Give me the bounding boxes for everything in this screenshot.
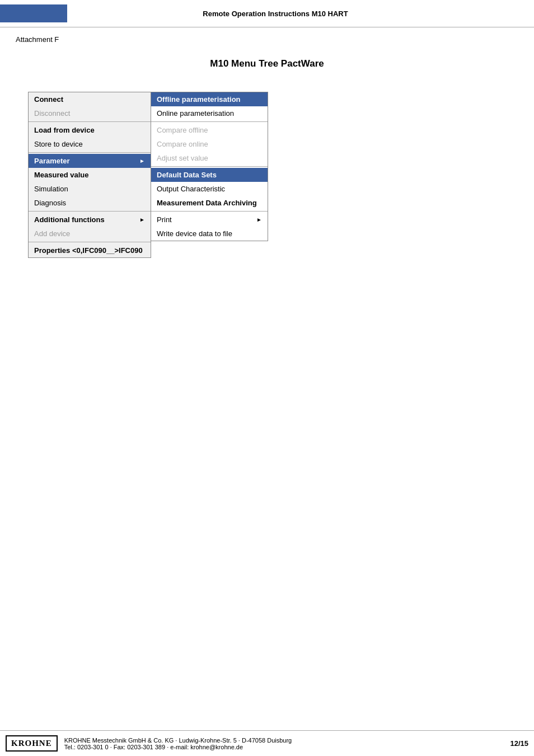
menu-item-add-device[interactable]: Add device xyxy=(29,227,151,241)
menu-item-disconnect[interactable]: Disconnect xyxy=(29,106,151,120)
menu-area: Connect Disconnect Load from device Stor… xyxy=(0,86,534,258)
sub-item-output-characteristic[interactable]: Output Characteristic xyxy=(151,182,268,196)
page-title: M10 Menu Tree PactWare xyxy=(0,58,534,69)
right-submenu: Offline parameterisation Online paramete… xyxy=(151,92,268,241)
krohne-logo: KROHNE xyxy=(6,735,58,752)
attachment-label: Attachment F xyxy=(0,31,534,48)
menu-item-additional-functions[interactable]: Additional functions ► xyxy=(29,213,151,227)
menu-item-simulation[interactable]: Simulation xyxy=(29,182,151,196)
menu-item-properties[interactable]: Properties <0,IFC090__>IFC090 xyxy=(29,243,151,257)
arrow-right-icon: ► xyxy=(139,158,145,164)
menu-item-measured-value[interactable]: Measured value xyxy=(29,168,151,182)
page-number: 12/15 xyxy=(510,739,528,748)
sub-divider-1 xyxy=(151,121,268,122)
left-menu: Connect Disconnect Load from device Stor… xyxy=(28,92,151,258)
arrow-right-icon-2: ► xyxy=(139,217,145,223)
sub-divider-2 xyxy=(151,166,268,167)
header-title: Remote Operation Instructions M10 HART xyxy=(84,10,534,18)
menu-item-store-to-device[interactable]: Store to device xyxy=(29,137,151,151)
arrow-right-icon-3: ► xyxy=(256,217,262,223)
sub-item-print[interactable]: Print ► xyxy=(151,213,268,227)
menu-item-connect[interactable]: Connect xyxy=(29,92,151,106)
sub-item-compare-offline[interactable]: Compare offline xyxy=(151,123,268,137)
sub-item-compare-online[interactable]: Compare online xyxy=(151,137,268,151)
menu-divider-2 xyxy=(29,152,151,153)
sub-item-adjust-set-value[interactable]: Adjust set value xyxy=(151,151,268,165)
menu-item-load-from-device[interactable]: Load from device xyxy=(29,123,151,137)
menu-divider-4 xyxy=(29,242,151,242)
sub-item-write-device-data[interactable]: Write device data to file xyxy=(151,227,268,241)
sub-item-online-param[interactable]: Online parameterisation xyxy=(151,106,268,120)
sub-item-default-data-sets[interactable]: Default Data Sets xyxy=(151,168,268,182)
menu-item-parameter[interactable]: Parameter ► xyxy=(29,154,151,168)
page-footer: KROHNE KROHNE Messtechnik GmbH & Co. KG … xyxy=(0,730,534,756)
header-blue-bar xyxy=(0,4,67,22)
sub-item-measurement-data-archiving[interactable]: Measurement Data Archiving xyxy=(151,196,268,210)
menu-item-diagnosis[interactable]: Diagnosis xyxy=(29,196,151,210)
menu-divider-3 xyxy=(29,211,151,212)
menu-divider-1 xyxy=(29,121,151,122)
footer-company-info: KROHNE Messtechnik GmbH & Co. KG · Ludwi… xyxy=(64,737,510,750)
sub-item-offline-param[interactable]: Offline parameterisation xyxy=(151,92,268,106)
sub-divider-3 xyxy=(151,211,268,212)
page-header: Remote Operation Instructions M10 HART xyxy=(0,0,534,27)
